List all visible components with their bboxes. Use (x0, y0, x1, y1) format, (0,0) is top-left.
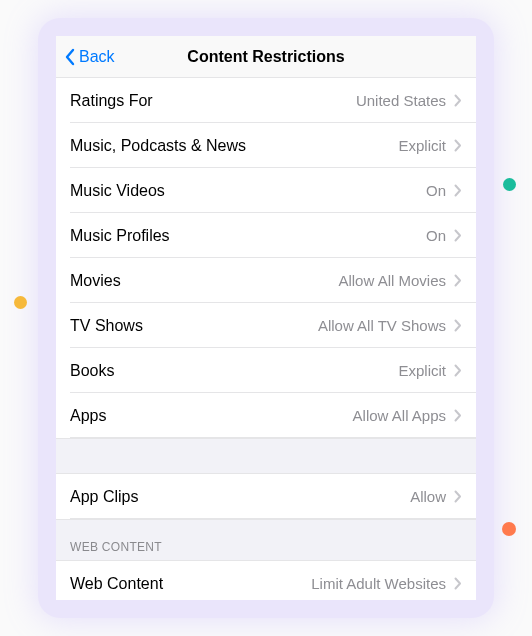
row-movies[interactable]: Movies Allow All Movies (56, 258, 476, 303)
decorative-dot-teal (503, 178, 516, 191)
row-label: App Clips (70, 488, 410, 506)
chevron-right-icon (454, 364, 462, 377)
row-value: Explicit (398, 137, 446, 154)
row-value: Limit Adult Websites (311, 575, 446, 592)
chevron-right-icon (454, 184, 462, 197)
chevron-right-icon (454, 490, 462, 503)
row-apps[interactable]: Apps Allow All Apps (56, 393, 476, 438)
row-ratings-for[interactable]: Ratings For United States (56, 78, 476, 123)
chevron-right-icon (454, 577, 462, 590)
settings-list: Ratings For United States Music, Podcast… (56, 78, 476, 600)
row-label: Apps (70, 407, 353, 425)
row-label: Music Videos (70, 182, 426, 200)
row-value: On (426, 182, 446, 199)
row-label: Movies (70, 272, 338, 290)
back-label: Back (79, 48, 115, 66)
row-value: Allow (410, 488, 446, 505)
nav-bar: Back Content Restrictions (56, 36, 476, 78)
section-spacer (56, 438, 476, 474)
row-value: On (426, 227, 446, 244)
row-web-content[interactable]: Web Content Limit Adult Websites (56, 561, 476, 600)
back-button[interactable]: Back (56, 48, 115, 66)
row-tv-shows[interactable]: TV Shows Allow All TV Shows (56, 303, 476, 348)
section-header-web-content: WEB CONTENT (56, 519, 476, 561)
section-header-label: WEB CONTENT (70, 540, 162, 554)
row-label: TV Shows (70, 317, 318, 335)
row-label: Music, Podcasts & News (70, 137, 398, 155)
row-music-videos[interactable]: Music Videos On (56, 168, 476, 213)
chevron-left-icon (64, 48, 76, 66)
row-label: Books (70, 362, 398, 380)
page-title: Content Restrictions (56, 48, 476, 66)
chevron-right-icon (454, 139, 462, 152)
decorative-dot-orange (502, 522, 516, 536)
row-value: Allow All Apps (353, 407, 446, 424)
row-music-profiles[interactable]: Music Profiles On (56, 213, 476, 258)
row-value: Explicit (398, 362, 446, 379)
row-label: Web Content (70, 575, 311, 593)
row-label: Music Profiles (70, 227, 426, 245)
row-books[interactable]: Books Explicit (56, 348, 476, 393)
chevron-right-icon (454, 229, 462, 242)
chevron-right-icon (454, 409, 462, 422)
chevron-right-icon (454, 274, 462, 287)
phone-screen: Back Content Restrictions Ratings For Un… (56, 36, 476, 600)
chevron-right-icon (454, 319, 462, 332)
row-value: United States (356, 92, 446, 109)
row-music-podcasts-news[interactable]: Music, Podcasts & News Explicit (56, 123, 476, 168)
row-value: Allow All TV Shows (318, 317, 446, 334)
decorative-dot-yellow (14, 296, 27, 309)
row-label: Ratings For (70, 92, 356, 110)
row-value: Allow All Movies (338, 272, 446, 289)
row-app-clips[interactable]: App Clips Allow (56, 474, 476, 519)
chevron-right-icon (454, 94, 462, 107)
